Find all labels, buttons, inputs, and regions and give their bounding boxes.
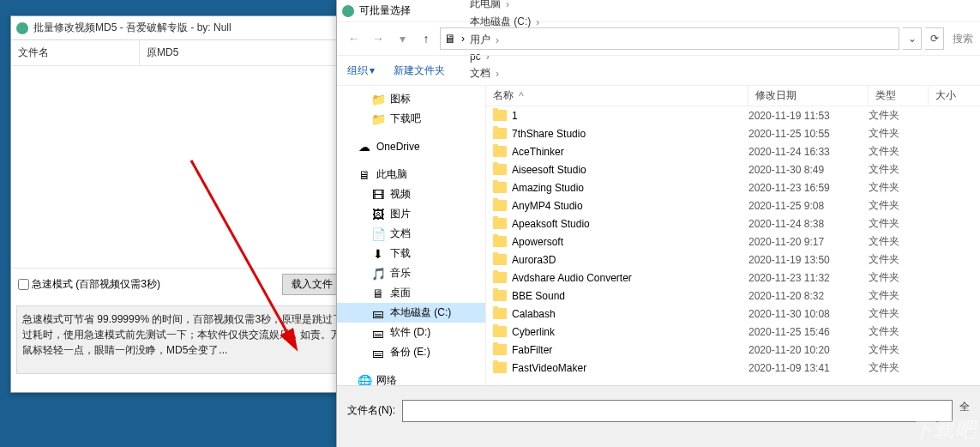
file-type: 文件夹 — [869, 324, 929, 339]
watermark: 下载吧 — [912, 416, 977, 444]
col-size[interactable]: 大小 — [929, 86, 980, 106]
chevron-right-icon[interactable]: › — [506, 0, 509, 10]
file-type: 文件夹 — [869, 198, 929, 213]
organize-menu[interactable]: 组织 ▾ — [347, 63, 375, 78]
sidebar-item[interactable]: 🎞视频 — [337, 184, 485, 204]
sidebar-item[interactable]: ⬇下载 — [337, 244, 485, 263]
sidebar-item-label: 下载吧 — [390, 112, 421, 126]
filter-dropdown[interactable]: 全 — [959, 400, 970, 414]
down-icon: ⬇ — [371, 247, 385, 261]
col-type[interactable]: 类型 — [869, 86, 929, 106]
file-type: 文件夹 — [869, 252, 929, 267]
chevron-right-icon[interactable]: › — [536, 16, 539, 28]
breadcrumb-item[interactable]: 用户 — [466, 31, 494, 49]
file-row[interactable]: Avdshare Audio Converter2020-11-23 11:32… — [486, 269, 980, 287]
file-date: 2020-11-20 9:17 — [749, 236, 869, 248]
file-row[interactable]: 12020-11-19 11:53文件夹 — [486, 106, 980, 124]
file-list-pane: 名称 ^ 修改日期 类型 大小 12020-11-19 11:53文件夹7thS… — [486, 86, 980, 385]
chevron-right-icon[interactable]: › — [461, 33, 465, 45]
sort-asc-icon: ^ — [519, 90, 524, 102]
sidebar-item[interactable]: 🖼图片 — [337, 204, 485, 224]
file-row[interactable]: Apeaksoft Studio2020-11-24 8:38文件夹 — [486, 214, 980, 233]
file-row[interactable]: AnyMP4 Studio2020-11-25 9:08文件夹 — [486, 196, 980, 214]
sidebar-item[interactable]: 🖥此电脑 — [337, 165, 485, 184]
address-bar-row: ← → ▾ ↑ 🖥 › 此电脑›本地磁盘 (C:)›用户›pc›文档› ⌄ ⟳ … — [337, 22, 980, 55]
sidebar-item-label: 本地磁盘 (C:) — [390, 305, 451, 320]
file-row[interactable]: Apowersoft2020-11-20 9:17文件夹 — [486, 233, 980, 251]
sidebar-item[interactable]: 🎵音乐 — [337, 263, 485, 283]
file-name: BBE Sound — [512, 290, 565, 302]
load-files-button[interactable]: 载入文件 — [282, 274, 342, 295]
file-name: Apowersoft — [512, 236, 563, 248]
file-date: 2020-11-25 10:55 — [749, 128, 869, 140]
file-row[interactable]: Aiseesoft Studio2020-11-30 8:49文件夹 — [486, 160, 980, 178]
sidebar-item-label: 此电脑 — [376, 167, 407, 182]
cloud-icon: ☁ — [358, 140, 371, 154]
file-date: 2020-11-30 8:49 — [749, 164, 869, 176]
folder-icon — [493, 182, 507, 193]
sidebar-item-label: 软件 (D:) — [390, 325, 430, 340]
file-name: AceThinker — [512, 146, 564, 158]
file-row[interactable]: Calabash2020-11-30 10:08文件夹 — [486, 305, 980, 323]
file-list-headers: 名称 ^ 修改日期 类型 大小 — [486, 86, 980, 106]
col-filename[interactable]: 文件名 — [11, 40, 140, 65]
file-date: 2020-11-23 16:59 — [749, 182, 869, 194]
folder-icon — [493, 146, 507, 157]
col-md5[interactable]: 原MD5 — [140, 40, 185, 65]
sidebar-item[interactable]: 🖴备份 (E:) — [337, 342, 485, 362]
sidebar-item[interactable]: 📁下载吧 — [337, 109, 485, 129]
breadcrumb-item[interactable]: 本地磁盘 (C:) — [466, 13, 534, 31]
video-icon: 🎞 — [371, 188, 385, 202]
filename-input[interactable] — [402, 400, 953, 422]
addr-refresh-icon[interactable]: ⟳ — [925, 27, 944, 50]
addr-dropdown-icon[interactable]: ⌄ — [903, 27, 922, 50]
file-row[interactable]: Amazing Studio2020-11-23 16:59文件夹 — [486, 178, 980, 196]
file-row[interactable]: FastVideoMaker2020-11-09 13:41文件夹 — [486, 359, 980, 377]
nav-up-icon[interactable]: ↑ — [416, 28, 436, 49]
sidebar-item[interactable]: ☁OneDrive — [337, 137, 485, 156]
fast-mode-checkbox[interactable] — [18, 279, 29, 290]
sidebar-item[interactable]: 🖥桌面 — [337, 283, 485, 303]
fast-mode-label[interactable]: 急速模式 (百部视频仅需3秒) — [18, 277, 275, 292]
file-date: 2020-11-24 16:33 — [749, 146, 869, 158]
file-date: 2020-11-23 11:32 — [749, 272, 869, 284]
sidebar-item[interactable]: 🌐网络 — [337, 371, 485, 385]
file-type: 文件夹 — [869, 180, 929, 195]
file-row[interactable]: FabFilter2020-11-20 10:20文件夹 — [486, 341, 980, 359]
dialog-titlebar[interactable]: 可批量选择 — [337, 0, 980, 22]
col-name[interactable]: 名称 ^ — [486, 86, 749, 106]
file-type: 文件夹 — [869, 108, 929, 123]
file-row[interactable]: Cyberlink2020-11-25 15:46文件夹 — [486, 323, 980, 341]
file-list[interactable]: 12020-11-19 11:53文件夹7thShare Studio2020-… — [486, 106, 980, 385]
breadcrumb[interactable]: 🖥 › 此电脑›本地磁盘 (C:)›用户›pc›文档› — [440, 27, 899, 50]
file-row[interactable]: Aurora3D2020-11-19 13:50文件夹 — [486, 251, 980, 269]
col-date[interactable]: 修改日期 — [749, 86, 869, 106]
folder-icon — [493, 272, 507, 283]
fast-mode-text: 急速模式 (百部视频仅需3秒) — [32, 277, 160, 292]
file-row[interactable]: 7thShare Studio2020-11-25 10:55文件夹 — [486, 124, 980, 142]
folder-icon — [493, 128, 507, 139]
folder-icon — [493, 308, 507, 319]
new-folder-button[interactable]: 新建文件夹 — [394, 63, 445, 78]
sidebar-item[interactable]: 📄文档 — [337, 224, 485, 244]
file-type: 文件夹 — [869, 360, 929, 375]
nav-back-icon[interactable]: ← — [344, 28, 364, 49]
chevron-right-icon[interactable]: › — [496, 34, 499, 46]
nav-recent-icon[interactable]: ▾ — [392, 28, 412, 49]
file-row[interactable]: AceThinker2020-11-24 16:33文件夹 — [486, 142, 980, 160]
file-date: 2020-11-19 11:53 — [749, 110, 869, 122]
sidebar-item[interactable]: 🖴软件 (D:) — [337, 323, 485, 342]
file-name: Aiseesoft Studio — [512, 164, 586, 176]
file-type: 文件夹 — [869, 306, 929, 321]
sidebar-item[interactable]: 🖴本地磁盘 (C:) — [337, 303, 485, 323]
file-row[interactable]: BBE Sound2020-11-20 8:32文件夹 — [486, 287, 980, 305]
navigation-sidebar[interactable]: 📁图标📁下载吧☁OneDrive🖥此电脑🎞视频🖼图片📄文档⬇下载🎵音乐🖥桌面🖴本… — [337, 86, 486, 385]
file-open-dialog: 可批量选择 ← → ▾ ↑ 🖥 › 此电脑›本地磁盘 (C:)›用户›pc›文档… — [336, 0, 980, 447]
disk-icon: 🖴 — [371, 326, 385, 340]
file-name: FabFilter — [512, 344, 552, 356]
sidebar-item[interactable]: 📁图标 — [337, 89, 485, 109]
file-name: AnyMP4 Studio — [512, 200, 583, 212]
file-name: FastVideoMaker — [512, 362, 586, 374]
search-input[interactable]: 搜索 — [953, 32, 973, 46]
breadcrumb-item[interactable]: 此电脑 — [466, 0, 504, 13]
